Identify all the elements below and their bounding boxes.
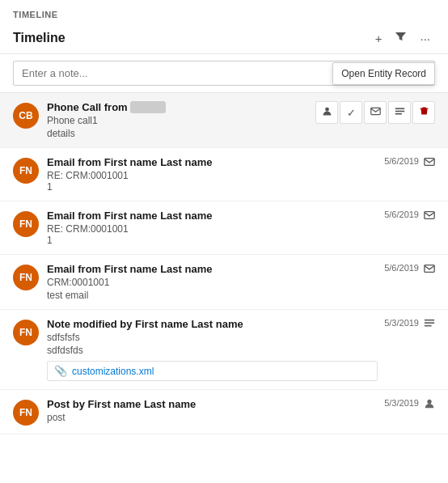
item-sub1: sdfsfsfs <box>47 332 378 343</box>
edit-icon <box>395 106 405 119</box>
delete-button[interactable] <box>412 101 435 124</box>
item-meta: 5/6/2019 <box>384 156 435 170</box>
svg-rect-6 <box>425 159 434 166</box>
item-meta: 5/6/2019 <box>384 210 435 223</box>
item-sub1: RE: CRM:0001001 <box>47 170 378 181</box>
item-title: Email from First name Last name <box>47 156 378 168</box>
timeline-title: Timeline <box>13 31 66 45</box>
item-content: Post by First name Last name post <box>47 398 378 423</box>
more-icon: ··· <box>420 32 430 45</box>
add-icon: + <box>375 32 382 45</box>
item-title: Post by First name Last name <box>47 398 378 410</box>
email-icon <box>370 106 381 119</box>
item-date: 5/6/2019 <box>384 156 419 166</box>
item-date: 5/3/2019 <box>384 398 419 408</box>
item-title: Email from First name Last name <box>47 210 378 222</box>
svg-rect-3 <box>395 111 404 112</box>
email-icon <box>424 156 435 170</box>
item-sub1: RE: CRM:0001001 <box>47 223 378 235</box>
open-entity-button[interactable]: Open Entity Record <box>332 62 435 85</box>
item-sub1: post <box>47 412 378 423</box>
svg-rect-8 <box>425 265 434 273</box>
check-icon: ✓ <box>347 107 356 119</box>
timeline-section-label: TIMELINE <box>0 0 448 23</box>
item-content: Email from First name Last name RE: CRM:… <box>47 156 378 193</box>
item-count: 1 <box>47 181 378 193</box>
filter-button[interactable] <box>390 28 412 49</box>
item-meta: 5/3/2019 <box>384 398 435 412</box>
note-icon <box>424 318 435 332</box>
post-icon <box>424 398 435 412</box>
list-item: FN Email from First name Last name RE: C… <box>0 201 448 255</box>
list-item: CB Phone Call from Phone call1 details ✓ <box>0 93 448 148</box>
list-item: FN Post by First name Last name post 5/3… <box>0 390 448 434</box>
avatar: FN <box>13 400 39 426</box>
item-sub2: test email <box>47 290 378 301</box>
item-content: Email from First name Last name CRM:0001… <box>47 263 378 301</box>
assign-icon <box>322 106 332 119</box>
assign-button[interactable] <box>315 101 338 124</box>
list-item: FN Email from First name Last name CRM:0… <box>0 255 448 310</box>
item-meta: 5/3/2019 <box>384 318 435 332</box>
item-sub2: sdfdsfds <box>47 345 378 356</box>
item-date: 5/6/2019 <box>384 210 419 219</box>
item-title: Email from First name Last name <box>47 263 378 275</box>
email-button[interactable] <box>364 101 387 124</box>
svg-rect-1 <box>370 108 379 114</box>
complete-button[interactable]: ✓ <box>340 101 362 124</box>
attachment-icon: 📎 <box>54 365 67 377</box>
email-icon <box>424 263 435 277</box>
email-icon <box>424 210 435 223</box>
svg-rect-7 <box>425 212 434 219</box>
item-sub2: details <box>47 128 435 139</box>
avatar: CB <box>13 103 39 129</box>
svg-rect-4 <box>395 113 401 115</box>
item-date: 5/6/2019 <box>384 263 419 273</box>
svg-point-12 <box>427 400 431 404</box>
svg-rect-9 <box>425 320 434 321</box>
blurred-name <box>130 101 165 113</box>
more-button[interactable]: ··· <box>415 28 435 49</box>
attachment-row: 📎 customizations.xml <box>47 361 378 381</box>
svg-rect-11 <box>425 325 432 327</box>
item-meta: 5/6/2019 <box>384 263 435 277</box>
avatar: FN <box>13 265 39 290</box>
svg-rect-2 <box>395 108 404 109</box>
attachment-link[interactable]: customizations.xml <box>72 366 154 377</box>
note-input-row: Open Entity Record <box>0 54 448 93</box>
avatar: FN <box>13 158 39 184</box>
item-content: Email from First name Last name RE: CRM:… <box>47 210 378 246</box>
toolbar-icons: + ··· <box>370 28 435 49</box>
timeline-list: CB Phone Call from Phone call1 details ✓ <box>0 93 448 434</box>
svg-point-0 <box>325 108 329 112</box>
avatar: FN <box>13 211 39 237</box>
item-sub1: CRM:0001001 <box>47 277 378 288</box>
item-content: Note modified by First name Last name sd… <box>47 318 378 381</box>
item-date: 5/3/2019 <box>384 318 419 328</box>
action-icons: ✓ <box>315 101 435 124</box>
svg-rect-10 <box>425 322 434 324</box>
list-item: FN Email from First name Last name RE: C… <box>0 148 448 201</box>
list-item: FN Note modified by First name Last name… <box>0 310 448 390</box>
add-button[interactable]: + <box>370 28 387 49</box>
timeline-toolbar: Timeline + ··· <box>0 23 448 54</box>
filter-icon <box>395 31 407 45</box>
item-count: 1 <box>47 235 378 246</box>
edit-button[interactable] <box>388 101 411 124</box>
delete-icon <box>419 106 429 119</box>
avatar: FN <box>13 320 39 345</box>
item-title: Note modified by First name Last name <box>47 318 378 330</box>
